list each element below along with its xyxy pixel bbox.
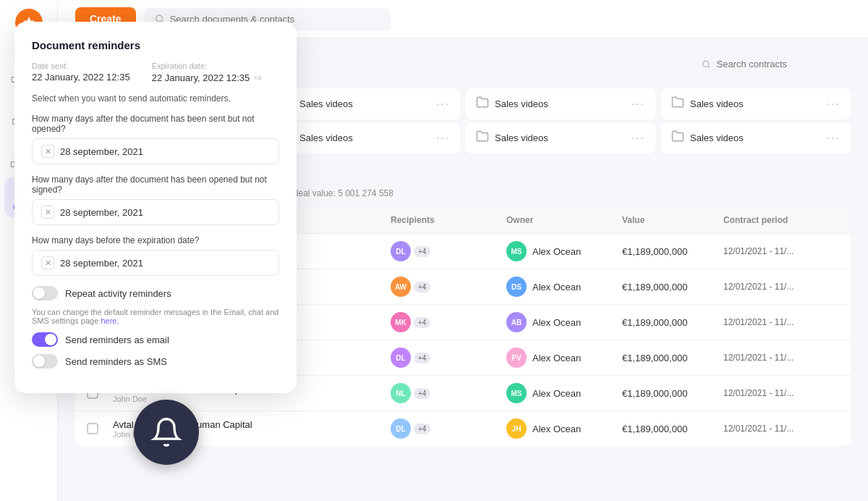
send-email-toggle[interactable] (32, 332, 58, 347)
folder-icon (671, 130, 684, 146)
recipient-count: +4 (414, 388, 430, 399)
reminders-card: Document reminders Date sent: 22 January… (14, 22, 297, 393)
bell-circle (134, 400, 199, 465)
folder-icon (476, 96, 489, 112)
svg-line-11 (708, 66, 710, 67)
owner-avatar: AB (506, 312, 527, 332)
row-recipients: DL +4 (391, 241, 506, 261)
row-period: 12/01/2021 - 11/... (723, 317, 839, 327)
expiration-date-field: Expiration date: 22 January, 2022 12:35 … (152, 62, 263, 83)
row-period: 12/01/2021 - 11/... (723, 353, 839, 363)
recipient-count: +4 (414, 424, 430, 434)
folder-menu-button[interactable]: ··· (631, 98, 645, 111)
row-owner: PV Alex Ocean (506, 348, 622, 368)
folder-item[interactable]: Sales videos ··· (466, 122, 655, 153)
contracts-search-bar[interactable] (692, 53, 851, 75)
row-recipients: NL +4 (391, 383, 506, 403)
folder-name: Sales videos (495, 132, 626, 143)
owner-avatar: JH (506, 418, 527, 439)
repeat-label: Repeat activity reminders (65, 288, 171, 299)
avatar: DL (391, 418, 411, 439)
row-checkbox[interactable] (87, 423, 113, 434)
row-value: €1,189,000,000 (622, 317, 723, 328)
remove-button-1[interactable]: ✕ (41, 145, 54, 158)
footer-link[interactable]: here. (101, 316, 119, 325)
header-owner: Owner (506, 215, 622, 225)
row-period: 12/01/2021 - 11/... (723, 282, 839, 292)
repeat-toggle-row: Repeat activity reminders (32, 286, 279, 300)
row-recipients: DL +4 (391, 418, 506, 439)
recipient-count: +4 (414, 317, 430, 328)
row-recipients: AW +4 (391, 277, 506, 297)
svg-point-10 (703, 61, 709, 67)
folder-name: Sales videos (299, 98, 430, 109)
avatar: AW (391, 277, 411, 297)
row-owner: JH Alex Ocean (506, 418, 622, 439)
recipient-count: +4 (414, 246, 430, 257)
card-title: Document reminders (32, 39, 279, 51)
row-value: €1,189,000,000 (622, 246, 723, 257)
bell-icon (150, 416, 182, 448)
question-1: How many days after the document has bee… (32, 114, 279, 134)
row-value: €1,189,000,000 (622, 282, 723, 292)
row-recipients: DL +4 (391, 348, 506, 368)
folder-name: Sales videos (495, 98, 626, 109)
remove-button-2[interactable]: ✕ (41, 206, 54, 219)
folder-menu-button[interactable]: ··· (827, 98, 841, 111)
folder-item[interactable]: Sales videos ··· (661, 122, 851, 153)
folder-item[interactable]: Sales videos ··· (661, 88, 851, 119)
remove-button-3[interactable]: ✕ (41, 256, 54, 269)
contracts-search-input[interactable] (717, 59, 841, 70)
reminder-value-3: 28 september, 2021 (60, 258, 143, 269)
reminder-input-3[interactable]: ✕ 28 september, 2021 (32, 250, 279, 276)
folder-menu-button[interactable]: ··· (436, 98, 450, 111)
owner-avatar: MS (506, 241, 527, 261)
folder-menu-button[interactable]: ··· (827, 132, 841, 145)
folder-name: Sales videos (690, 98, 821, 109)
folder-item[interactable]: Sales videos ··· (271, 122, 460, 153)
folder-menu-button[interactable]: ··· (436, 132, 450, 145)
owner-avatar: MS (506, 383, 527, 403)
send-email-row: Send reminders as email (32, 332, 279, 347)
folder-icon (476, 130, 489, 146)
send-email-label: Send reminders as email (65, 334, 169, 345)
row-owner: DS Alex Ocean (506, 277, 622, 297)
folder-menu-button[interactable]: ··· (631, 132, 645, 145)
owner-avatar: DS (506, 277, 527, 297)
reminder-input-1[interactable]: ✕ 28 september, 2021 (32, 138, 279, 164)
row-owner: MS Alex Ocean (506, 383, 622, 403)
footer-text: You can change the default reminder mess… (32, 308, 279, 325)
header-value: Value (622, 215, 723, 225)
date-sent-label: Date sent: (32, 62, 130, 70)
folder-name: Sales videos (299, 132, 430, 143)
send-sms-toggle[interactable] (32, 354, 58, 369)
folder-name: Sales videos (690, 132, 821, 143)
avatar: MK (391, 312, 411, 332)
date-sent-field: Date sent: 22 January, 2022 12:35 (32, 62, 130, 83)
owner-avatar: PV (506, 348, 527, 368)
folder-item[interactable]: Sales videos ··· (271, 88, 460, 119)
expiration-value: 22 January, 2022 12:35 ⇨ (152, 72, 263, 83)
search-icon (702, 59, 711, 70)
recipient-count: +4 (414, 353, 430, 363)
date-sent-value: 22 January, 2022 12:35 (32, 72, 130, 83)
date-row: Date sent: 22 January, 2022 12:35 Expira… (32, 62, 279, 83)
export-icon: ⇨ (254, 72, 263, 83)
row-owner: AB Alex Ocean (506, 312, 622, 332)
send-sms-label: Send reminders as SMS (65, 356, 167, 367)
reminder-value-2: 28 september, 2021 (60, 207, 143, 218)
avatar: NL (391, 383, 411, 403)
row-value: €1,189,000,000 (622, 424, 723, 434)
question-2: How many days after the document has bee… (32, 174, 279, 195)
svg-point-8 (156, 15, 162, 22)
folder-item[interactable]: Sales videos ··· (466, 88, 655, 119)
card-description: Select when you want to send automatic r… (32, 93, 279, 104)
row-value: €1,189,000,000 (622, 353, 723, 363)
reminder-input-2[interactable]: ✕ 28 september, 2021 (32, 199, 279, 225)
avatar: DL (391, 348, 411, 368)
repeat-toggle[interactable] (32, 286, 58, 300)
send-sms-row: Send reminders as SMS (32, 354, 279, 369)
row-period: 12/01/2021 - 11/... (723, 424, 839, 434)
row-period: 12/01/2021 - 11/... (723, 246, 839, 256)
row-recipients: MK +4 (391, 312, 506, 332)
